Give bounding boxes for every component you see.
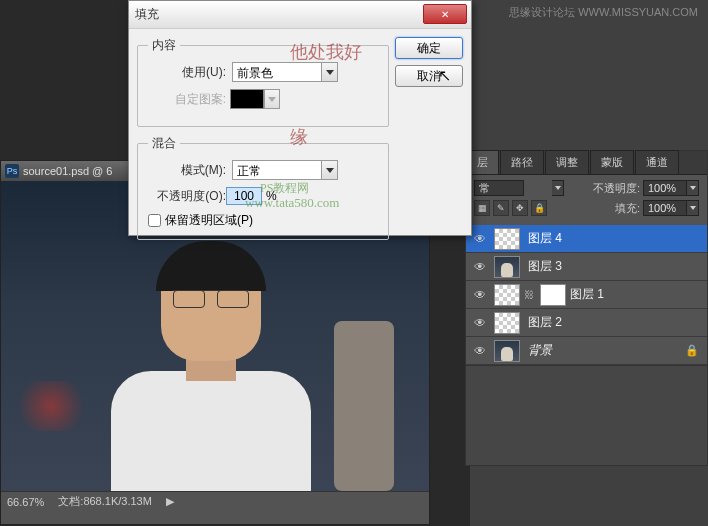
use-label: 使用(U): xyxy=(148,64,226,81)
preserve-transparency-checkbox[interactable] xyxy=(148,214,161,227)
layer-fill-value[interactable]: 100% xyxy=(643,200,687,216)
stone-pillar xyxy=(334,321,394,491)
layers-list: 👁 图层 4 👁 图层 3 👁 ⛓ 图层 1 👁 图层 2 👁 背景 🔒 xyxy=(466,225,707,365)
opacity-dropdown-icon[interactable] xyxy=(687,180,699,196)
lock-position-icon[interactable]: ✥ xyxy=(512,200,528,216)
tab-paths[interactable]: 路径 xyxy=(500,150,544,174)
tab-channels[interactable]: 通道 xyxy=(635,150,679,174)
layer-name[interactable]: 图层 3 xyxy=(528,258,703,275)
lock-pixels-icon[interactable]: ✎ xyxy=(493,200,509,216)
cancel-button[interactable]: 取消 xyxy=(395,65,463,87)
layer-name[interactable]: 图层 2 xyxy=(528,314,703,331)
opacity-input[interactable] xyxy=(226,187,262,205)
content-fieldset: 内容 使用(U): 前景色 自定图案: xyxy=(137,37,389,127)
fill-dialog: 填充 ✕ 内容 使用(U): 前景色 自定图案: xyxy=(128,0,472,236)
pattern-dropdown xyxy=(264,89,280,109)
layers-panel: 层 路径 调整 蒙版 通道 常 不透明度: 100% ▦ ✎ ✥ 🔒 填充: 1… xyxy=(465,150,708,466)
document-statusbar: 66.67% 文档:868.1K/3.13M ▶ xyxy=(1,491,429,511)
lock-transparent-icon[interactable]: ▦ xyxy=(474,200,490,216)
status-arrow-icon[interactable]: ▶ xyxy=(166,495,174,508)
layer-name[interactable]: 图层 1 xyxy=(570,286,703,303)
person-photo xyxy=(101,261,321,491)
panel-empty-area xyxy=(466,365,707,465)
file-label: 文档: xyxy=(58,495,83,507)
link-icon[interactable]: ⛓ xyxy=(524,289,538,300)
layer-thumbnail[interactable] xyxy=(494,312,520,334)
layer-opacity-value[interactable]: 100% xyxy=(643,180,687,196)
blend-legend: 混合 xyxy=(148,135,180,152)
file-size: 868.1K/3.13M xyxy=(83,495,152,507)
fill-label: 填充: xyxy=(615,201,640,216)
close-button[interactable]: ✕ xyxy=(423,4,467,24)
layer-row[interactable]: 👁 ⛓ 图层 1 xyxy=(466,281,707,309)
layer-name[interactable]: 背景 xyxy=(528,342,685,359)
layer-thumbnail[interactable] xyxy=(494,228,520,250)
layer-options: 常 不透明度: 100% ▦ ✎ ✥ 🔒 填充: 100% xyxy=(466,175,707,225)
layer-row[interactable]: 👁 图层 2 xyxy=(466,309,707,337)
visibility-icon[interactable]: 👁 xyxy=(470,229,490,249)
ps-icon: Ps xyxy=(5,164,19,178)
dialog-title: 填充 xyxy=(135,6,159,23)
opacity-percent: % xyxy=(266,189,277,203)
layer-row[interactable]: 👁 图层 4 xyxy=(466,225,707,253)
dialog-titlebar[interactable]: 填充 ✕ xyxy=(129,1,471,29)
mask-thumbnail[interactable] xyxy=(540,284,566,306)
mode-dropdown[interactable]: 正常 xyxy=(232,160,338,180)
layer-thumbnail[interactable] xyxy=(494,340,520,362)
fill-dropdown-icon[interactable] xyxy=(687,200,699,216)
use-value: 前景色 xyxy=(232,62,322,82)
zoom-level[interactable]: 66.67% xyxy=(7,496,44,508)
visibility-icon[interactable]: 👁 xyxy=(470,313,490,333)
blend-fieldset: 混合 模式(M): 正常 不透明度(O): % 保留透明区域(P) xyxy=(137,135,389,240)
chevron-down-icon[interactable] xyxy=(322,160,338,180)
layer-row[interactable]: 👁 图层 3 xyxy=(466,253,707,281)
visibility-icon[interactable]: 👁 xyxy=(470,257,490,277)
chevron-down-icon[interactable] xyxy=(322,62,338,82)
opacity-label: 不透明度: xyxy=(593,181,640,196)
custom-pattern-label: 自定图案: xyxy=(148,91,226,108)
tab-masks[interactable]: 蒙版 xyxy=(590,150,634,174)
layer-name[interactable]: 图层 4 xyxy=(528,230,703,247)
layer-thumbnail[interactable] xyxy=(494,256,520,278)
mode-value: 正常 xyxy=(232,160,322,180)
layer-row[interactable]: 👁 背景 🔒 xyxy=(466,337,707,365)
preserve-label: 保留透明区域(P) xyxy=(165,212,253,229)
use-dropdown[interactable]: 前景色 xyxy=(232,62,338,82)
document-title: source01.psd @ 6 xyxy=(23,165,112,177)
layer-thumbnail[interactable] xyxy=(494,284,520,306)
visibility-icon[interactable]: 👁 xyxy=(470,341,490,361)
panel-tabs: 层 路径 调整 蒙版 通道 xyxy=(466,151,707,175)
visibility-icon[interactable]: 👁 xyxy=(470,285,490,305)
lock-icon: 🔒 xyxy=(685,344,699,357)
content-legend: 内容 xyxy=(148,37,180,54)
blend-mode-select[interactable]: 常 xyxy=(474,180,524,196)
pattern-swatch xyxy=(230,89,264,109)
background-lights xyxy=(11,381,91,431)
mode-label: 模式(M): xyxy=(148,162,226,179)
blend-dropdown-icon[interactable] xyxy=(552,180,564,196)
tab-adjustments[interactable]: 调整 xyxy=(545,150,589,174)
top-watermark: 思缘设计论坛 WWW.MISSYUAN.COM xyxy=(509,5,698,25)
opacity-label: 不透明度(O): xyxy=(148,188,226,205)
ok-button[interactable]: 确定 xyxy=(395,37,463,59)
lock-all-icon[interactable]: 🔒 xyxy=(531,200,547,216)
